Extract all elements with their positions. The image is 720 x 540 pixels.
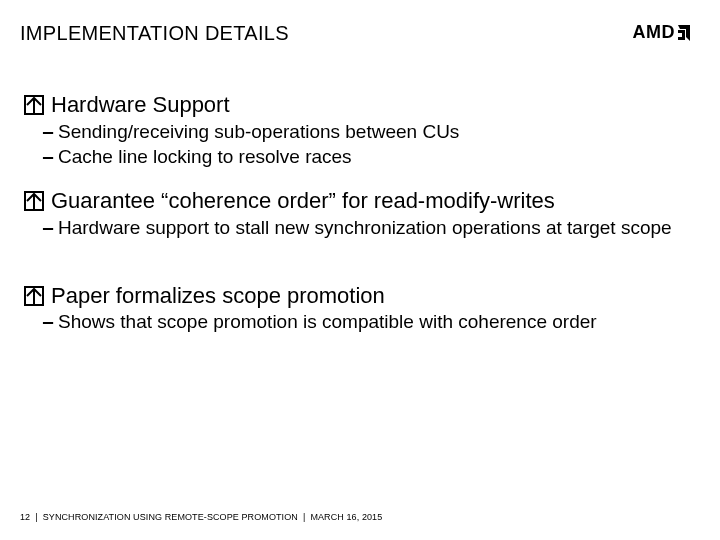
amd-logo-text: AMD <box>633 22 676 43</box>
section-guarantee: Guarantee “coherence order” for read-mod… <box>24 187 700 240</box>
sub-item: ‒ Hardware support to stall new synchron… <box>40 216 700 240</box>
heading: Guarantee “coherence order” for read-mod… <box>24 187 700 215</box>
dash-icon: ‒ <box>42 310 54 334</box>
footer: 12 | SYNCHRONIZATION USING REMOTE-SCOPE … <box>20 512 382 522</box>
dash-icon: ‒ <box>42 216 54 240</box>
heading: Hardware Support <box>24 91 700 119</box>
heading-text: Guarantee “coherence order” for read-mod… <box>51 188 555 213</box>
footer-date: MARCH 16, 2015 <box>310 512 382 522</box>
bullet-icon <box>24 94 44 114</box>
dash-icon: ‒ <box>42 145 54 169</box>
section-hardware-support: Hardware Support ‒ Sending/receiving sub… <box>24 91 700 169</box>
slide: IMPLEMENTATION DETAILS AMD Hardwar <box>0 0 720 540</box>
sub-text: Hardware support to stall new synchroniz… <box>58 217 672 238</box>
separator: | <box>35 512 37 522</box>
heading-text: Hardware Support <box>51 92 230 117</box>
heading-text: Paper formalizes scope promotion <box>51 283 385 308</box>
sub-item: ‒ Sending/receiving sub-operations betwe… <box>40 120 700 144</box>
sub-item: ‒ Shows that scope promotion is compatib… <box>40 310 700 334</box>
amd-logo: AMD <box>633 22 691 43</box>
page-number: 12 <box>20 512 30 522</box>
separator: | <box>303 512 305 522</box>
bullet-icon <box>24 190 44 210</box>
section-paper: Paper formalizes scope promotion ‒ Shows… <box>24 282 700 335</box>
sub-text: Cache line locking to resolve races <box>58 146 352 167</box>
slide-title: IMPLEMENTATION DETAILS <box>20 22 700 45</box>
dash-icon: ‒ <box>42 120 54 144</box>
deck-title: SYNCHRONIZATION USING REMOTE-SCOPE PROMO… <box>43 512 298 522</box>
sub-text: Shows that scope promotion is compatible… <box>58 311 597 332</box>
spacer <box>24 258 700 282</box>
sub-item: ‒ Cache line locking to resolve races <box>40 145 700 169</box>
content: Hardware Support ‒ Sending/receiving sub… <box>20 91 700 335</box>
sub-text: Sending/receiving sub-operations between… <box>58 121 459 142</box>
amd-arrow-icon <box>678 25 690 41</box>
heading: Paper formalizes scope promotion <box>24 282 700 310</box>
bullet-icon <box>24 285 44 305</box>
